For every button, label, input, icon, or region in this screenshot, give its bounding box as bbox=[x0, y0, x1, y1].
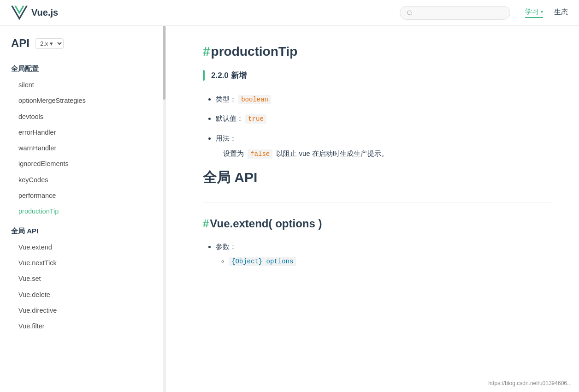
sidebar-item-productionTip[interactable]: productionTip bbox=[0, 203, 165, 219]
nav: 学习 ▾ 生态 bbox=[525, 7, 568, 18]
sidebar-item-vue-set[interactable]: Vue.set bbox=[0, 271, 165, 286]
production-tip-heading: #productionTip bbox=[203, 44, 551, 59]
footer-link: https://blog.csdn.net/u01394606... bbox=[488, 380, 572, 386]
sidebar-item-keyCodes[interactable]: keyCodes bbox=[0, 172, 165, 188]
params-code: {Object} options bbox=[229, 257, 296, 266]
chevron-down-icon: ▾ bbox=[541, 9, 543, 14]
sidebar-item-vue-nexttick[interactable]: Vue.nextTick bbox=[0, 255, 165, 271]
property-list: 类型： boolean 默认值： true 用法： 设置为 false 以阻止 … bbox=[203, 94, 551, 159]
search-icon bbox=[407, 10, 413, 16]
usage-text-post: 以阻止 vue 在启动时生成生产提示。 bbox=[276, 149, 388, 157]
sidebar-item-vue-directive[interactable]: Vue.directive bbox=[0, 303, 165, 318]
sidebar: API 2.x ▾ 3.x 全局配置 silent optionMergeStr… bbox=[0, 26, 166, 392]
sidebar-api-header: API 2.x ▾ 3.x bbox=[0, 37, 165, 57]
usage-code: false bbox=[248, 149, 272, 159]
main-content: #productionTip 2.2.0 新增 类型： boolean 默认值：… bbox=[166, 26, 579, 392]
version-select[interactable]: 2.x ▾ 3.x bbox=[35, 38, 64, 49]
layout: API 2.x ▾ 3.x 全局配置 silent optionMergeStr… bbox=[0, 26, 579, 392]
sidebar-section-global-api: 全局 API bbox=[0, 223, 165, 239]
default-label: 默认值 bbox=[216, 114, 236, 122]
scrollbar-track bbox=[163, 26, 165, 392]
version-badge-text: 2.2.0 新增 bbox=[211, 70, 247, 81]
sidebar-item-vue-filter[interactable]: Vue.filter bbox=[0, 318, 165, 334]
search-input[interactable] bbox=[415, 9, 503, 17]
version-badge-bar bbox=[203, 70, 205, 81]
default-value: true bbox=[245, 114, 266, 124]
sidebar-section-global-config: 全局配置 bbox=[0, 61, 165, 77]
usage-item: 用法： 设置为 false 以阻止 vue 在启动时生成生产提示。 bbox=[216, 133, 551, 160]
sidebar-item-devtools[interactable]: devtools bbox=[0, 109, 165, 125]
params-item: 参数： {Object} options bbox=[216, 241, 551, 267]
version-badge: 2.2.0 新增 bbox=[203, 70, 551, 81]
usage-text-pre: 设置为 bbox=[223, 149, 244, 157]
usage-block: 设置为 false 以阻止 vue 在启动时生成生产提示。 bbox=[216, 148, 551, 160]
global-api-heading: 全局 API bbox=[203, 168, 551, 187]
usage-label: 用法 bbox=[216, 134, 230, 142]
params-label: 参数 bbox=[216, 243, 230, 250]
default-item: 默认值： true bbox=[216, 113, 551, 124]
logo-text: Vue.js bbox=[31, 7, 58, 18]
scrollbar-thumb[interactable] bbox=[163, 26, 165, 100]
hash-icon: # bbox=[203, 44, 210, 59]
search-box[interactable] bbox=[400, 6, 510, 20]
type-item: 类型： boolean bbox=[216, 94, 551, 105]
sidebar-item-vue-delete[interactable]: Vue.delete bbox=[0, 287, 165, 303]
sidebar-api-title: API bbox=[11, 37, 30, 50]
sidebar-item-ignoredElements[interactable]: ignoredElements bbox=[0, 156, 165, 172]
sidebar-item-performance[interactable]: performance bbox=[0, 188, 165, 203]
nav-item-ecosystem[interactable]: 生态 bbox=[554, 8, 568, 18]
section-divider bbox=[203, 202, 551, 202]
params-value-item: {Object} options bbox=[229, 256, 551, 267]
logo-area: Vue.js bbox=[11, 5, 58, 21]
vue-logo-icon bbox=[11, 5, 28, 21]
sidebar-item-optionMergeStrategies[interactable]: optionMergeStrategies bbox=[0, 93, 165, 108]
header: Vue.js 学习 ▾ 生态 bbox=[0, 0, 579, 26]
vue-extend-heading: #Vue.extend( options ) bbox=[203, 217, 551, 230]
type-value: boolean bbox=[238, 95, 271, 104]
vue-extend-params-list: 参数： {Object} options bbox=[203, 241, 551, 267]
params-sub-list: {Object} options bbox=[216, 256, 551, 267]
nav-item-learn[interactable]: 学习 ▾ bbox=[525, 7, 543, 18]
sidebar-item-warnHandler[interactable]: warnHandler bbox=[0, 140, 165, 156]
sidebar-item-vue-extend[interactable]: Vue.extend bbox=[0, 239, 165, 255]
svg-line-4 bbox=[411, 14, 412, 15]
sidebar-item-silent[interactable]: silent bbox=[0, 77, 165, 93]
svg-point-3 bbox=[408, 11, 412, 15]
type-label: 类型 bbox=[216, 95, 230, 103]
hash-icon-2: # bbox=[203, 217, 209, 230]
sidebar-item-errorHandler[interactable]: errorHandler bbox=[0, 125, 165, 140]
